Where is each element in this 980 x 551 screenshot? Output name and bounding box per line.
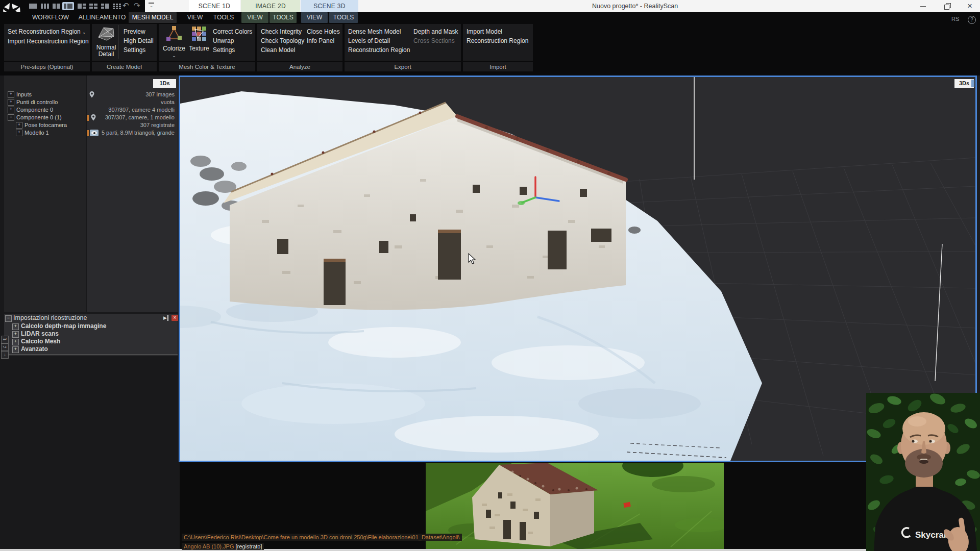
- pin-icon: [90, 114, 96, 121]
- help-icon[interactable]: ?: [968, 16, 976, 24]
- tree-item-inputs[interactable]: Inputs: [16, 91, 32, 98]
- collapse-panel-icon[interactable]: −: [5, 315, 12, 322]
- settings-panel-title: Impostazioni ricostruzione: [13, 314, 87, 321]
- settings-item-depthmap[interactable]: Calcolo depth-map immagine: [21, 322, 106, 330]
- ribbon-tab-workflow[interactable]: WORKFLOW: [31, 12, 70, 23]
- ribbon-tab-tools-2d[interactable]: TOOLS: [270, 12, 297, 23]
- 3d-scene[interactable]: [180, 77, 975, 461]
- dock-panel-icon[interactable]: ▶: [163, 315, 168, 321]
- texture-icon: [191, 25, 207, 43]
- tree-item-pose-fotocamera[interactable]: Pose fotocamera: [24, 121, 67, 129]
- chevron-down-icon: ⌄: [82, 30, 86, 35]
- view-badge-3ds[interactable]: 3Ds: [954, 79, 974, 88]
- set-reconstruction-region-button[interactable]: Set Reconstruction Region ⌄: [4, 27, 90, 37]
- depth-and-mask-button[interactable]: Depth and Mask: [410, 27, 458, 36]
- preview-button[interactable]: Preview: [120, 27, 154, 36]
- layout-grid-icon[interactable]: [112, 3, 121, 10]
- high-detail-button[interactable]: High Detail: [120, 36, 154, 45]
- ribbon-tab-view-3d[interactable]: VIEW: [301, 12, 328, 23]
- source-photo-thumbnail[interactable]: [426, 463, 724, 550]
- tab-scene-3d[interactable]: SCENE 3D: [301, 0, 358, 12]
- tree-value-pose: 307 registrate: [97, 121, 175, 129]
- correct-colors-button[interactable]: Correct Colors: [209, 27, 252, 36]
- settings-item-avanzato[interactable]: Avanzato: [21, 345, 48, 353]
- ribbon-group-label-create: Create Model: [92, 62, 157, 71]
- color-settings-button[interactable]: Settings: [209, 45, 252, 55]
- tree-item-punti-di-controllo[interactable]: Punti di controllo: [16, 98, 58, 106]
- ribbon-group-label-import: Import: [463, 62, 533, 71]
- tab-image-2d[interactable]: IMAGE 2D: [241, 0, 300, 12]
- import-model-button[interactable]: Import Model: [463, 27, 528, 36]
- mesh-icon: [96, 25, 116, 42]
- expander-inputs[interactable]: +: [8, 91, 14, 98]
- settings-item-calcolo-mesh[interactable]: Calcolo Mesh: [21, 338, 60, 345]
- ribbon-group-create-model: NormalDetail Preview High Detail Setting…: [92, 24, 157, 61]
- ribbon-tab-mesh-model-active[interactable]: MESH MODEL: [129, 12, 177, 23]
- redo-icon[interactable]: ↷: [134, 1, 140, 10]
- expander-modello1[interactable]: +: [16, 130, 22, 136]
- layout-two-columns-icon[interactable]: [52, 3, 61, 10]
- expander-punti[interactable]: +: [8, 99, 14, 106]
- colorize-icon: [166, 25, 182, 43]
- info-panel-button[interactable]: Info Panel: [303, 36, 340, 45]
- export-reconstruction-region-button[interactable]: Reconstruction Region: [345, 45, 410, 55]
- unwrap-button[interactable]: Unwrap: [209, 36, 252, 45]
- tree-value-componente0: 307/307, camere 4 modelli: [97, 106, 175, 114]
- dock-left-icon[interactable]: ↩: [1, 336, 9, 343]
- pin-icon: [89, 91, 95, 98]
- expander-calcolo-mesh[interactable]: +: [12, 339, 19, 345]
- window-title: Nuovo progetto* - RealityScan: [592, 0, 678, 12]
- close-panel-icon[interactable]: ×: [172, 315, 178, 321]
- ribbon-tab-allineamento[interactable]: ALLINEAMENTO: [78, 12, 127, 23]
- status-file: Angolo AB (10).JPG: [184, 543, 234, 549]
- view-badge-1ds[interactable]: 1Ds: [153, 79, 176, 88]
- ribbon-tab-tools-3d[interactable]: TOOLS: [329, 12, 358, 23]
- layout-quad-icon[interactable]: [88, 3, 98, 10]
- tree-item-componente0-1[interactable]: Componente 0 (1): [16, 114, 62, 121]
- check-integrity-button[interactable]: Check Integrity: [257, 27, 304, 36]
- tree-item-modello1[interactable]: Modello 1: [24, 129, 49, 137]
- ribbon-group-presteps: Set Reconstruction Region ⌄ Import Recon…: [4, 24, 90, 61]
- minimize-button[interactable]: [914, 0, 932, 12]
- undo-icon[interactable]: ↶: [122, 1, 129, 10]
- restore-button[interactable]: [938, 0, 957, 12]
- dense-mesh-model-button[interactable]: Dense Mesh Model: [345, 27, 410, 36]
- clean-model-button[interactable]: Clean Model: [257, 45, 304, 55]
- dock-right-icon[interactable]: ↪: [1, 343, 9, 351]
- levels-of-detail-button[interactable]: Levels of Detail: [345, 36, 410, 45]
- ribbon-tab-tools-1[interactable]: TOOLS: [210, 12, 237, 23]
- ribbon-tab-view-1[interactable]: VIEW: [183, 12, 207, 23]
- colorize-button[interactable]: Colorize⌄: [162, 25, 186, 61]
- layout-split-left-icon[interactable]: [100, 3, 110, 10]
- expander-pose[interactable]: +: [16, 122, 22, 129]
- close-holes-button[interactable]: Close Holes: [303, 27, 340, 36]
- tree-item-componente0[interactable]: Componente 0: [16, 106, 53, 114]
- layout-single-icon[interactable]: [28, 3, 38, 10]
- expander-lidar[interactable]: +: [12, 331, 19, 338]
- expander-componente0-1[interactable]: −: [8, 114, 14, 121]
- settings-item-lidar[interactable]: LiDAR scans: [21, 330, 59, 338]
- visibility-eye-icon[interactable]: [90, 130, 99, 136]
- expander-componente0[interactable]: +: [8, 107, 14, 113]
- import-reconstruction-region-button[interactable]: Import Reconstruction Region: [4, 37, 90, 46]
- normal-detail-button[interactable]: NormalDetail: [95, 25, 117, 60]
- check-topology-button[interactable]: Check Topology: [257, 36, 304, 45]
- expander-avanzato[interactable]: +: [12, 346, 19, 353]
- expander-depthmap[interactable]: +: [12, 323, 19, 330]
- tab-scene-1d[interactable]: SCENE 1D: [189, 0, 240, 12]
- ribbon-group-label-presteps: Pre-steps (Optional): [4, 62, 90, 71]
- toolbar-options-icon[interactable]: ⌄: [149, 3, 154, 8]
- close-button[interactable]: ×: [961, 0, 979, 12]
- left-dock: 1Ds + Inputs 307 images + Punti di contr…: [0, 76, 180, 551]
- status-registered: [registrato]: [236, 543, 262, 549]
- create-settings-button[interactable]: Settings: [120, 45, 154, 55]
- layout-three-columns-icon[interactable]: [40, 3, 50, 10]
- ribbon-group-import: Import Model Reconstruction Region: [463, 24, 533, 61]
- layout-left-pane-icon-active[interactable]: [62, 2, 74, 10]
- layout-split-right-icon[interactable]: [77, 3, 86, 10]
- ribbon-tab-view-2d[interactable]: VIEW: [241, 12, 268, 23]
- import-reconstruction-region-button2[interactable]: Reconstruction Region: [463, 36, 528, 45]
- selection-marker: [87, 115, 89, 121]
- viewport-3d[interactable]: [179, 76, 977, 462]
- dock-down-icon[interactable]: ↓: [1, 351, 9, 359]
